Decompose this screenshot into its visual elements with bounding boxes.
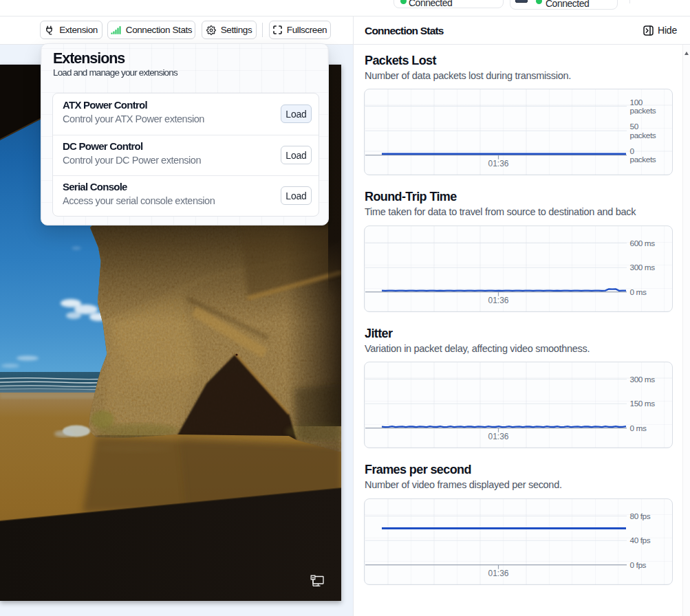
- svg-text:40 fps: 40 fps: [630, 536, 651, 545]
- svg-text:600 ms: 600 ms: [630, 238, 656, 248]
- svg-text:01:36: 01:36: [488, 569, 508, 578]
- svg-text:150 ms: 150 ms: [630, 399, 656, 408]
- svg-text:300 ms: 300 ms: [630, 263, 656, 272]
- svg-text:80 fps: 80 fps: [630, 511, 651, 520]
- svg-text:01:36: 01:36: [488, 296, 508, 305]
- svg-text:0 ms: 0 ms: [630, 287, 647, 296]
- svg-text:packets: packets: [630, 131, 656, 140]
- svg-text:0 fps: 0 fps: [630, 560, 647, 569]
- svg-text:packets: packets: [630, 106, 656, 116]
- svg-text:01:36: 01:36: [488, 432, 508, 441]
- svg-text:300 ms: 300 ms: [630, 375, 656, 384]
- svg-text:packets: packets: [630, 155, 656, 164]
- svg-text:0 ms: 0 ms: [630, 424, 647, 433]
- svg-text:01:36: 01:36: [488, 159, 508, 168]
